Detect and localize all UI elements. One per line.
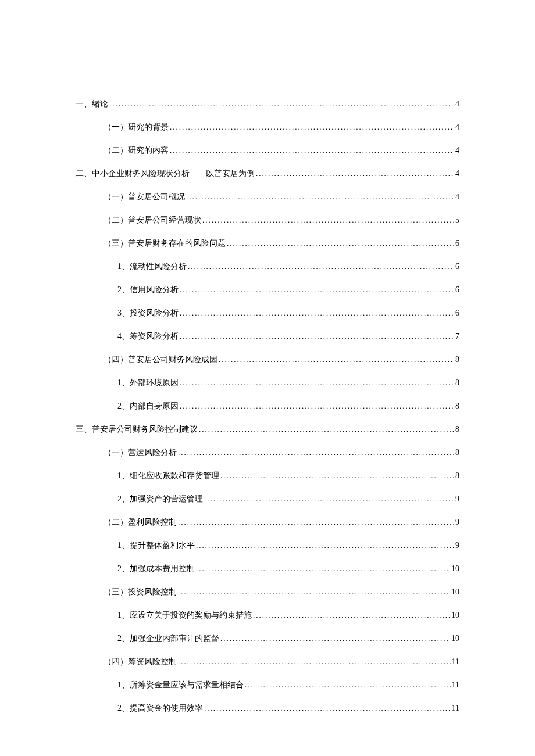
toc-entry-text: 3、投资风险分析 [117, 308, 179, 318]
toc-entry: （三）普安居财务存在的风险问题.........................… [76, 238, 459, 249]
toc-entry-text: （一）研究的背景 [104, 122, 169, 132]
toc-dots-leader: ........................................… [180, 309, 454, 318]
toc-entry: （一）研究的背景................................… [76, 122, 459, 132]
toc-entry: 三、普安居公司财务风险控制建议.........................… [76, 424, 459, 435]
toc-dots-leader: ........................................… [186, 192, 454, 202]
toc-entry-text: 1、流动性风险分析 [117, 261, 187, 272]
toc-entry: （三）投资风险控制...............................… [76, 587, 459, 597]
toc-entry-text: 三、普安居公司财务风险控制建议 [76, 424, 198, 435]
toc-entry-text: 4、筹资风险分析 [117, 331, 179, 342]
toc-entry-page: 6 [455, 285, 459, 295]
toc-entry: （二）盈利风险控制...............................… [76, 517, 459, 528]
toc-entry-page: 4 [455, 146, 459, 155]
toc-entry-text: （二）盈利风险控制 [104, 517, 177, 528]
toc-entry-text: 2、加强企业内部审计的监督 [117, 633, 219, 644]
toc-entry-page: 10 [451, 587, 459, 597]
toc-dots-leader: ........................................… [219, 355, 454, 364]
toc-dots-leader: ........................................… [256, 169, 454, 178]
toc-entry-page: 8 [455, 425, 459, 434]
toc-entry: 二、中小企业财务风险现状分析——以普安居为例..................… [76, 169, 459, 179]
toc-entry-text: 2、加强成本费用控制 [117, 564, 195, 574]
toc-entry: （一）普安居公司概况..............................… [76, 192, 459, 202]
toc-entry: 2、加强资产的营运管理.............................… [76, 494, 459, 504]
toc-dots-leader: ........................................… [245, 680, 451, 690]
toc-entry-page: 8 [455, 402, 459, 411]
toc-dots-leader: ........................................… [188, 262, 454, 271]
toc-entry-page: 8 [455, 378, 459, 388]
toc-entry: 2、信用风险分析................................… [76, 285, 459, 295]
toc-dots-leader: ........................................… [180, 378, 454, 388]
toc-dots-leader: ........................................… [170, 146, 454, 155]
toc-entry-page: 10 [451, 634, 459, 643]
toc-entry: 2、内部自身原因................................… [76, 401, 459, 411]
toc-entry-text: （一）营运风险分析 [104, 447, 177, 458]
toc-entry: （二）研究的内容................................… [76, 145, 459, 156]
toc-entry: 1、应设立关于投资的奖励与约束措施.......................… [76, 610, 459, 621]
toc-dots-leader: ........................................… [109, 99, 454, 109]
toc-entry-text: 1、应设立关于投资的奖励与约束措施 [117, 610, 252, 621]
toc-entry-text: 1、提升整体盈利水平 [117, 540, 195, 551]
toc-dots-leader: ........................................… [220, 634, 450, 643]
toc-dots-leader: ........................................… [199, 425, 454, 434]
toc-entry: 4、筹资风险分析................................… [76, 331, 459, 342]
toc-dots-leader: ........................................… [202, 216, 454, 225]
toc-entry: 2、加强企业内部审计的监督...........................… [76, 633, 459, 644]
toc-entry-text: （一）普安居公司概况 [104, 192, 185, 202]
toc-dots-leader: ........................................… [227, 239, 454, 248]
toc-entry-text: 2、内部自身原因 [117, 401, 179, 411]
toc-dots-leader: ........................................… [196, 564, 450, 574]
toc-entry-page: 11 [452, 704, 459, 713]
toc-entry-page: 8 [455, 355, 459, 364]
toc-dots-leader: ........................................… [180, 402, 454, 411]
toc-entry-page: 11 [452, 657, 459, 667]
toc-entry: 2、提高资金的使用效率.............................… [76, 703, 459, 714]
toc-entry: 一、绪论....................................… [76, 99, 459, 109]
toc-entry-text: 1、所筹资金量应该与需求量相结合 [117, 680, 244, 690]
toc-entry: 1、细化应收账款和存货管理...........................… [76, 471, 459, 481]
toc-entry-page: 4 [455, 123, 459, 132]
toc-entry: 3、投资风险分析................................… [76, 308, 459, 318]
toc-entry-page: 8 [455, 448, 459, 457]
toc-entry-text: （三）普安居财务存在的风险问题 [104, 238, 226, 249]
toc-entry-page: 6 [455, 309, 459, 318]
toc-entry-page: 9 [455, 495, 459, 504]
toc-dots-leader: ........................................… [196, 541, 454, 550]
toc-entry-text: （三）投资风险控制 [104, 587, 177, 597]
toc-dots-leader: ........................................… [170, 123, 454, 132]
toc-entry: 1、所筹资金量应该与需求量相结合........................… [76, 680, 459, 690]
toc-dots-leader: ........................................… [178, 587, 450, 597]
toc-entry-page: 7 [455, 332, 459, 341]
toc-entry: （二）普安居公司经营现状............................… [76, 215, 459, 225]
toc-entry-text: 1、细化应收账款和存货管理 [117, 471, 219, 481]
toc-entry: （四）筹资风险控制...............................… [76, 657, 459, 667]
toc-entry-text: 二、中小企业财务风险现状分析——以普安居为例 [76, 169, 255, 179]
toc-entry-page: 4 [455, 99, 459, 109]
toc-entry-page: 8 [455, 471, 459, 481]
toc-dots-leader: ........................................… [180, 332, 454, 341]
toc-entry-page: 4 [455, 192, 459, 202]
toc-entry: 1、流动性风险分析...............................… [76, 261, 459, 272]
toc-entry: （一）营运风险分析...............................… [76, 447, 459, 458]
toc-entry-text: （四）筹资风险控制 [104, 657, 177, 667]
toc-entry-page: 6 [455, 239, 459, 248]
toc-entry-page: 9 [455, 541, 459, 550]
toc-dots-leader: ........................................… [178, 518, 454, 527]
toc-entry-text: 2、信用风险分析 [117, 285, 179, 295]
toc-entry: 2、加强成本费用控制..............................… [76, 564, 459, 574]
toc-dots-leader: ........................................… [180, 285, 454, 295]
toc-entry-text: 1、外部环境原因 [117, 378, 179, 388]
toc-entry: （四）普安居公司财务风险成因..........................… [76, 354, 459, 365]
table-of-contents: 一、绪论....................................… [76, 99, 459, 714]
toc-entry: 1、提升整体盈利水平..............................… [76, 540, 459, 551]
toc-entry-text: 一、绪论 [76, 99, 108, 109]
toc-entry: 1、外部环境原因................................… [76, 378, 459, 388]
toc-entry-text: 2、提高资金的使用效率 [117, 703, 203, 714]
toc-entry-text: （二）普安居公司经营现状 [104, 215, 201, 225]
toc-entry-page: 10 [451, 564, 459, 574]
toc-entry-page: 10 [451, 611, 459, 620]
toc-dots-leader: ........................................… [253, 611, 450, 620]
toc-dots-leader: ........................................… [204, 704, 451, 713]
toc-entry-text: （四）普安居公司财务风险成因 [104, 354, 217, 365]
toc-dots-leader: ........................................… [220, 471, 454, 481]
toc-entry-text: （二）研究的内容 [104, 145, 169, 156]
